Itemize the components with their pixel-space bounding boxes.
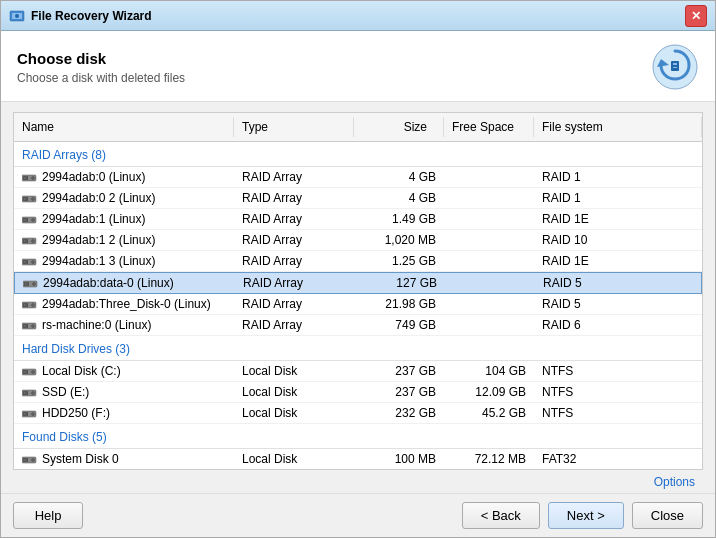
disk-fs: NTFS bbox=[534, 361, 702, 381]
disk-fs: NTFS bbox=[534, 382, 702, 402]
disk-free bbox=[444, 315, 534, 335]
col-type: Type bbox=[234, 117, 354, 137]
page-subtitle: Choose a disk with deleted files bbox=[17, 71, 185, 85]
svg-point-22 bbox=[32, 239, 35, 242]
disk-size: 1.49 GB bbox=[354, 209, 444, 229]
disk-fs: NTFS bbox=[534, 403, 702, 423]
disk-fs: RAID 6 bbox=[534, 315, 702, 335]
table-row[interactable]: HDD250 (F:)Local Disk232 GB45.2 GBNTFS bbox=[14, 403, 702, 424]
disk-table: Name Type Size Free Space File system RA… bbox=[13, 112, 703, 470]
disk-name-cell: SSD (E:) bbox=[14, 382, 234, 402]
svg-point-26 bbox=[32, 260, 35, 263]
disk-type: RAID Array bbox=[234, 315, 354, 335]
disk-name: 2994adab:0 (Linux) bbox=[42, 170, 145, 184]
svg-point-42 bbox=[32, 370, 35, 373]
group-header-1: Hard Disk Drives (3) bbox=[14, 336, 702, 361]
wizard-icon bbox=[651, 43, 699, 91]
svg-point-18 bbox=[32, 218, 35, 221]
disk-free: 12.09 GB bbox=[444, 382, 534, 402]
svg-point-10 bbox=[32, 176, 35, 179]
disk-icon bbox=[22, 364, 42, 378]
back-button[interactable]: < Back bbox=[462, 502, 540, 529]
disk-size: 100 MB bbox=[354, 449, 444, 469]
table-body[interactable]: RAID Arrays (8) 2994adab:0 (Linux)RAID A… bbox=[14, 142, 702, 469]
table-row[interactable]: 2994adab:1 (Linux)RAID Array1.49 GBRAID … bbox=[14, 209, 702, 230]
col-size: Size bbox=[354, 117, 444, 137]
disk-icon bbox=[22, 452, 42, 466]
disk-name: 2994adab:data-0 (Linux) bbox=[43, 276, 174, 290]
disk-free bbox=[444, 294, 534, 314]
disk-type: RAID Array bbox=[234, 294, 354, 314]
disk-fs: RAID 1E bbox=[534, 251, 702, 271]
disk-free bbox=[444, 230, 534, 250]
disk-size: 1.25 GB bbox=[354, 251, 444, 271]
table-row[interactable]: SSD (E:)Local Disk237 GB12.09 GBNTFS bbox=[14, 382, 702, 403]
disk-size: 749 GB bbox=[354, 315, 444, 335]
col-fs: File system bbox=[534, 117, 702, 137]
disk-fs: RAID 5 bbox=[535, 273, 701, 293]
disk-free bbox=[444, 251, 534, 271]
svg-point-2 bbox=[15, 14, 19, 18]
close-button-footer[interactable]: Close bbox=[632, 502, 703, 529]
disk-type: Local Disk bbox=[234, 382, 354, 402]
table-header: Name Type Size Free Space File system bbox=[14, 113, 702, 142]
svg-point-50 bbox=[32, 412, 35, 415]
table-row[interactable]: System Disk 0Local Disk100 MB72.12 MBFAT… bbox=[14, 449, 702, 469]
disk-free bbox=[444, 188, 534, 208]
table-row[interactable]: 2994adab:1 3 (Linux)RAID Array1.25 GBRAI… bbox=[14, 251, 702, 272]
disk-name: System Disk 0 bbox=[42, 452, 119, 466]
disk-free: 72.12 MB bbox=[444, 449, 534, 469]
footer-right: < Back Next > Close bbox=[462, 502, 703, 529]
table-row[interactable]: rs-machine:0 (Linux)RAID Array749 GBRAID… bbox=[14, 315, 702, 336]
disk-size: 127 GB bbox=[355, 273, 445, 293]
close-button[interactable]: ✕ bbox=[685, 5, 707, 27]
disk-icon bbox=[23, 276, 43, 290]
disk-free: 104 GB bbox=[444, 361, 534, 381]
table-row[interactable]: Local Disk (C:)Local Disk237 GB104 GBNTF… bbox=[14, 361, 702, 382]
disk-name-cell: 2994adab:Three_Disk-0 (Linux) bbox=[14, 294, 234, 314]
disk-type: Local Disk bbox=[234, 403, 354, 423]
disk-fs: RAID 1 bbox=[534, 188, 702, 208]
disk-name-cell: 2994adab:0 2 (Linux) bbox=[14, 188, 234, 208]
disk-size: 232 GB bbox=[354, 403, 444, 423]
help-button[interactable]: Help bbox=[13, 502, 83, 529]
table-row[interactable]: 2994adab:1 2 (Linux)RAID Array1,020 MBRA… bbox=[14, 230, 702, 251]
disk-type: RAID Array bbox=[234, 251, 354, 271]
disk-name: 2994adab:1 3 (Linux) bbox=[42, 254, 155, 268]
svg-point-46 bbox=[32, 391, 35, 394]
disk-size: 21.98 GB bbox=[354, 294, 444, 314]
svg-point-14 bbox=[32, 197, 35, 200]
disk-name-cell: 2994adab:0 (Linux) bbox=[14, 167, 234, 187]
disk-type: RAID Array bbox=[234, 209, 354, 229]
svg-rect-5 bbox=[671, 61, 679, 71]
disk-name-cell: 2994adab:1 3 (Linux) bbox=[14, 251, 234, 271]
table-row[interactable]: 2994adab:0 2 (Linux)RAID Array4 GBRAID 1 bbox=[14, 188, 702, 209]
table-row[interactable]: 2994adab:data-0 (Linux)RAID Array127 GBR… bbox=[14, 272, 702, 294]
disk-type: RAID Array bbox=[235, 273, 355, 293]
svg-rect-6 bbox=[673, 63, 677, 65]
next-button[interactable]: Next > bbox=[548, 502, 624, 529]
disk-icon bbox=[22, 385, 42, 399]
disk-size: 1,020 MB bbox=[354, 230, 444, 250]
svg-point-30 bbox=[33, 282, 36, 285]
table-row[interactable]: 2994adab:Three_Disk-0 (Linux)RAID Array2… bbox=[14, 294, 702, 315]
disk-name: 2994adab:0 2 (Linux) bbox=[42, 191, 155, 205]
col-name: Name bbox=[14, 117, 234, 137]
disk-name: rs-machine:0 (Linux) bbox=[42, 318, 151, 332]
app-icon bbox=[9, 8, 25, 24]
disk-icon bbox=[22, 233, 42, 247]
header-section: Choose disk Choose a disk with deleted f… bbox=[1, 31, 715, 102]
disk-name-cell: Local Disk (C:) bbox=[14, 361, 234, 381]
header-text: Choose disk Choose a disk with deleted f… bbox=[17, 50, 185, 85]
options-link[interactable]: Options bbox=[654, 475, 695, 489]
disk-name: SSD (E:) bbox=[42, 385, 89, 399]
table-row[interactable]: 2994adab:0 (Linux)RAID Array4 GBRAID 1 bbox=[14, 167, 702, 188]
title-bar: File Recovery Wizard ✕ bbox=[1, 1, 715, 31]
disk-icon bbox=[22, 297, 42, 311]
options-area: Options bbox=[1, 470, 715, 493]
svg-point-38 bbox=[32, 324, 35, 327]
disk-type: RAID Array bbox=[234, 188, 354, 208]
disk-name-cell: 2994adab:1 2 (Linux) bbox=[14, 230, 234, 250]
footer: Help < Back Next > Close bbox=[1, 493, 715, 537]
disk-icon bbox=[22, 406, 42, 420]
